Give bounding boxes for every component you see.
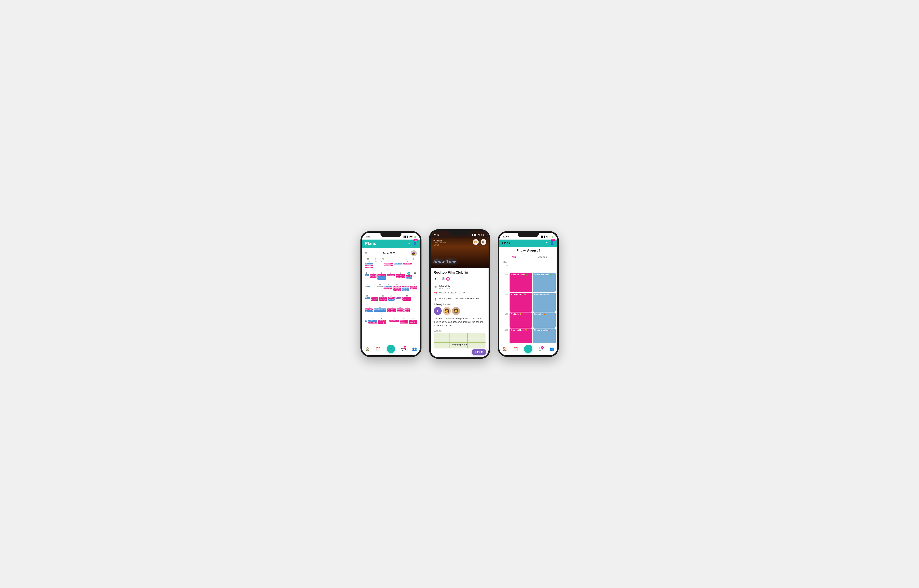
status-icons-2: ▋▋▋ WiFi 🔋 <box>472 234 485 236</box>
status-time-2: 9:41 <box>434 233 439 236</box>
cal-day-12[interactable]: 12 PT <box>364 283 370 294</box>
tab-chat[interactable]: 💬 15 <box>441 276 451 282</box>
wifi-icon-2: WiFi <box>478 234 481 236</box>
fab-1[interactable]: + <box>387 345 395 353</box>
people-nav-3[interactable]: 👥 <box>549 347 554 351</box>
cal-day-27-28[interactable]: 27 Being all romantic in Romeeeee Being … <box>373 306 387 317</box>
cal-day-13[interactable]: 13 <box>371 283 377 294</box>
cal-day-10[interactable]: 10 Sip n 🍷 Pickup <box>405 272 412 283</box>
tab-details[interactable]: ⊞ <box>434 276 437 282</box>
chat-nav-3[interactable]: 💬2 <box>538 347 543 351</box>
add-person-icon-1[interactable]: 👤 <box>413 242 417 246</box>
going-label: 2 Going 1 Invited <box>434 303 486 306</box>
cal-day-4[interactable]: 4 Self care s... <box>403 260 412 271</box>
cal-day-2b[interactable]: 2 <box>411 306 418 317</box>
cal-day-6[interactable]: 6 Nails? <3 Nails? <3 <box>370 272 377 283</box>
filter-icon[interactable]: ⊞ <box>365 252 367 255</box>
event-cocktails-you[interactable]: Cocktails 🍹 <box>509 312 532 328</box>
cal-day-empty-1[interactable] <box>412 260 418 271</box>
event-picnic-you[interactable]: Romantic Picnic 🌿 <box>509 273 532 292</box>
cal-day-16[interactable]: 16 Imma take... Imma take... Me time 🌸 <box>392 283 402 294</box>
time-row-11: 11:00 <box>499 264 557 273</box>
avatar-emoji-2: 🧔 <box>453 309 459 313</box>
calendar-avatar[interactable]: 👩‍❤️‍👨 <box>411 250 417 256</box>
cal-day-20[interactable]: 20 Meal prep Movies 🎬 <box>370 294 379 305</box>
day-f: F <box>395 258 402 260</box>
event-4din-1: ♣ 4 din <box>405 309 410 310</box>
cal-day-11[interactable]: 11 <box>413 272 418 283</box>
signal-icon-1: ▋▋▋ <box>404 236 408 238</box>
cal-day-9b[interactable]: 9 GNO no b... Secret 🌸 <box>408 317 418 328</box>
day-num-8b: 8 <box>400 318 408 320</box>
cal-day-14[interactable]: 14 Pub? <box>377 283 383 294</box>
cal-day-18[interactable]: 18 Secret ✨ Din <box>410 283 418 294</box>
add-going-button[interactable]: + <box>434 307 442 315</box>
cal-day-5b[interactable]: 5 Wicked 🎭 Secret 🌸 <box>378 317 386 328</box>
add-person-icon-3[interactable]: 👤 <box>550 241 554 245</box>
event-selfcare: Self care s... <box>403 263 412 265</box>
color-picker-button[interactable]: 🎨 <box>473 239 479 245</box>
cal-day-6b[interactable]: 6 <box>386 317 389 328</box>
cal-day-4b[interactable]: 4 Lunch SPILL the 🌶 <box>368 317 377 328</box>
chat-nav-1[interactable]: 💬48 <box>401 347 406 351</box>
cal-day-3[interactable]: 3 Football m... <box>394 260 403 271</box>
map-road-h1 <box>434 338 486 338</box>
cal-day-19[interactable]: 19 PT <box>364 294 370 305</box>
cal-day-1b[interactable]: 1 ♣ 4 din ♣ 4 din <box>404 306 411 317</box>
event-nails-1: Nails? <3 <box>370 274 376 276</box>
cal-day-9[interactable]: 9 Park date 🎉 Park date 🎉 <box>395 272 405 283</box>
back-button[interactable]: ‹ < Back <box>433 239 442 242</box>
home-nav-1[interactable]: 🏠 <box>365 347 370 351</box>
calendar-nav-3[interactable]: 📅 <box>513 347 518 351</box>
cal-day-30[interactable]: 30 PT I'm cookin... I'm cookin... <box>364 260 373 271</box>
settings-button[interactable]: ⊞ <box>481 239 486 245</box>
cal-day-15[interactable]: 15 Work trip t... Secret ✨ <box>383 283 392 294</box>
header-icons-1: ≡ 👤 new <box>408 241 417 246</box>
event-picnic-josh[interactable]: Romantic Picnic 🦎 <box>533 273 556 292</box>
cal-day-25[interactable]: 25 <box>412 294 418 305</box>
tab-you[interactable]: You <box>499 254 528 260</box>
cal-day-24[interactable]: 24 Steph's bd... Steph's bd... <box>402 294 412 305</box>
cal-day-3b[interactable]: 3 PT <box>364 317 368 328</box>
event-weeknd-1: Weeknd c... <box>400 320 408 321</box>
people-nav-1[interactable]: 👥 <box>412 347 417 351</box>
map-placeholder[interactable]: STRATFORD <box>434 333 486 349</box>
cal-day-8[interactable]: 8 Mums bday <box>386 272 395 283</box>
cal-day-22[interactable]: 22 GRWM Cleerrbb <box>388 294 395 305</box>
event-cocktails-josh[interactable]: Cocktails 🍹 <box>533 312 556 328</box>
event-art-josh[interactable]: Art Exhibition 🖌 <box>533 293 556 312</box>
cal-day-7b[interactable]: 7 Bar babes 💃 <box>389 317 399 328</box>
art-label-you: Art Exhibition 🎨 <box>511 294 526 296</box>
event-pt-4: PT <box>365 297 370 299</box>
map-road-v2 <box>467 333 468 349</box>
cal-day-17[interactable]: 17 Call mum Brighton? Brighton? <box>402 283 410 294</box>
status-icons-1: ▋▋▋ WiFi 🔋 <box>404 236 416 238</box>
cal-day-26[interactable]: 26 Yoncé Yoga PT <box>364 306 373 317</box>
cal-day-29[interactable]: 29 Res @ Enzo Res @ Enzo <box>387 306 396 317</box>
event-dinner-josh[interactable]: Dinner at Nobu 🍣 <box>533 328 556 343</box>
cal-day-23[interactable]: 23 Therapy <box>395 294 402 305</box>
menu-icon-1[interactable]: ≡ <box>408 242 410 246</box>
event-spill: SPILL the 🌶 <box>368 322 377 323</box>
cal-day-2[interactable]: 2 Netflix & c... Netflix & c... <box>384 260 393 271</box>
event-title: Rooftop Film Club 🎬 <box>434 270 468 275</box>
cal-day-1[interactable]: 1 <box>379 260 384 271</box>
fab-3[interactable]: + <box>524 345 532 353</box>
event-dinner-you[interactable]: Dinner at Nobu 🍣 <box>509 328 532 343</box>
cal-day-8b[interactable]: 8 Weeknd c... Weeknd c... <box>399 317 408 328</box>
close-button[interactable]: ✕ <box>552 249 554 252</box>
cal-day-31[interactable]: 31 <box>373 260 379 271</box>
cal-day-7[interactable]: 7 Wine Wed... You know... You know... <box>377 272 386 283</box>
event-art-you[interactable]: Art Exhibition 🎨 <box>509 293 532 312</box>
tab-joshua[interactable]: Joshua <box>528 254 557 260</box>
event-hero: AND NOWIT'S Show Time ‹ < Back 🎨 ⊞ <box>431 237 489 268</box>
event-netflix-1: Netflix & c... <box>384 263 393 265</box>
home-nav-3[interactable]: 🏠 <box>502 347 507 351</box>
cal-day-21[interactable]: 21 Waxing bod Date night <box>379 294 388 305</box>
day-num-1: 1 <box>379 261 384 263</box>
calendar-nav-1[interactable]: 📅 <box>376 347 381 351</box>
cal-day-30b[interactable]: 30 Pastaaaa Pastaaaa <box>397 306 404 317</box>
menu-icon-3[interactable]: ≡ <box>546 241 548 245</box>
invite-button[interactable]: ↑ Invite <box>472 349 486 355</box>
cal-day-5[interactable]: 5 PT <box>364 272 369 283</box>
